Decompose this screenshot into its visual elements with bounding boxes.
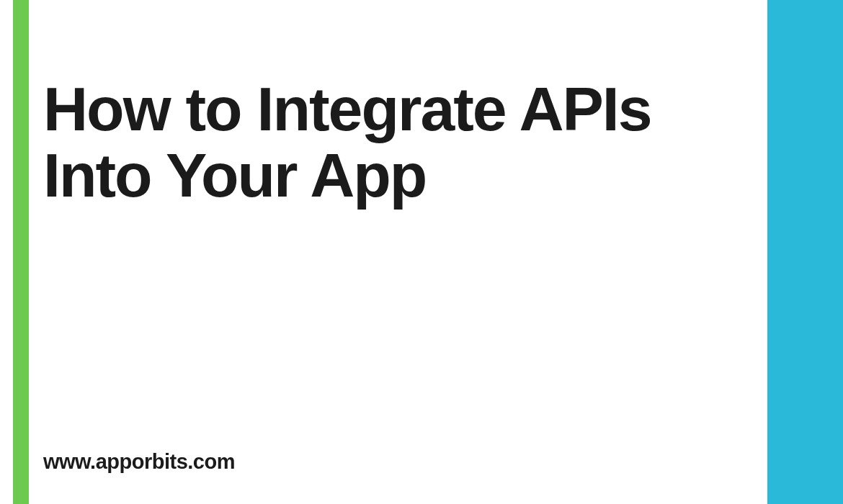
title-line-2: Into Your App (43, 140, 426, 210)
accent-bar-left (13, 0, 29, 504)
site-url: www.apporbits.com (43, 450, 235, 474)
title-line-1: How to Integrate APIs (43, 74, 651, 143)
page-title: How to Integrate APIs Into Your App (43, 76, 749, 208)
accent-bar-right (767, 0, 843, 504)
main-content: How to Integrate APIs Into Your App (43, 76, 749, 504)
